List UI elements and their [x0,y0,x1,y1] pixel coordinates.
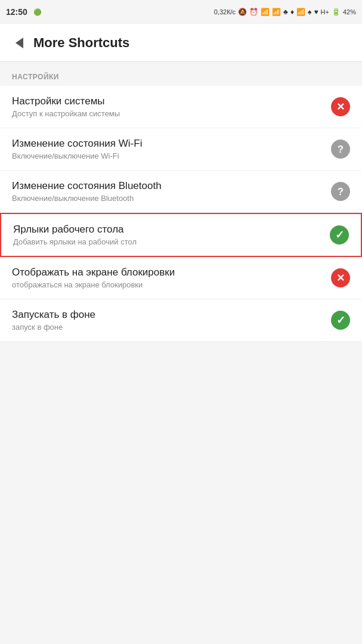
status-icon-background-run: ✓ [331,311,350,330]
x-icon: ✕ [336,102,345,112]
list-item-text: Отображать на экране блокировки отобража… [12,267,324,289]
spade-icon: ♠ [308,8,311,16]
list-item-text: Изменение состояния Bluetooth Включение/… [12,180,324,203]
question-icon: ? [338,144,344,154]
x-icon: ✕ [336,273,345,283]
list-item-system-settings[interactable]: Настройки системы Доступ к настройкам си… [0,86,362,128]
list-item-title: Изменение состояния Wi-Fi [12,138,324,150]
list-item-desktop-shortcuts[interactable]: Ярлыки рабочего стола Добавить ярлыки на… [0,213,362,257]
list-item-title: Ярлыки рабочего стола [13,224,323,236]
list-item-title: Изменение состояния Bluetooth [12,180,324,192]
header: More Shortcuts [0,24,362,62]
list-item-text: Запускать в фоне запуск в фоне [12,309,324,332]
status-icon-system-settings: ✕ [331,97,350,116]
list-item-subtitle: Добавить ярлыки на рабочий стол [13,237,323,246]
list-item-title: Запускать в фоне [12,309,324,321]
list-item-subtitle: запуск в фоне [12,323,324,332]
status-app-icon: 🟢 [33,8,42,16]
network-speed: 0,32К/с [214,8,236,16]
bottom-space [0,342,362,521]
list-item-text: Ярлыки рабочего стола Добавить ярлыки на… [13,224,323,246]
list-item-title: Отображать на экране блокировки [12,267,324,278]
status-icon-desktop-shortcuts: ✓ [330,225,349,244]
status-icon-lock-screen: ✕ [331,268,350,287]
wifi-icon: 📶 [261,8,270,16]
list-item-title: Настройки системы [12,95,324,107]
battery-icon: 🔋 [332,8,341,16]
list-item-lock-screen[interactable]: Отображать на экране блокировки отобража… [0,257,362,299]
page-title: More Shortcuts [33,35,129,51]
signal-icon: 📶 [272,8,281,16]
list-item-subtitle: Включение/выключение Bluetooth [12,194,324,203]
question-icon: ? [338,187,344,197]
check-icon: ✓ [336,315,345,326]
status-icon-wifi-toggle: ? [331,140,350,159]
list-item-text: Изменение состояния Wi-Fi Включение/выкл… [12,138,324,160]
list-item-subtitle: Включение/выключение Wi-Fi [12,151,324,160]
diamond-icon: ♦ [290,8,294,16]
heart-icon: ♥ [314,8,318,16]
section-header: НАСТРОЙКИ [0,62,362,86]
extra-signal-icon: 📶 [296,8,305,16]
check-icon: ✓ [335,230,344,240]
alarm-icon: ⏰ [249,8,258,16]
list-item-background-run[interactable]: Запускать в фоне запуск в фоне ✓ [0,299,362,342]
list-item-text: Настройки системы Доступ к настройкам си… [12,95,324,118]
silent-icon: 🔕 [238,8,247,16]
list-item-subtitle: отображаться на экране блокировки [12,280,324,289]
back-arrow-icon [16,38,23,48]
status-icon-bluetooth-toggle: ? [331,182,350,201]
list-item-bluetooth-toggle[interactable]: Изменение состояния Bluetooth Включение/… [0,171,362,213]
battery-mode: H+ [321,8,329,16]
settings-list: Настройки системы Доступ к настройкам си… [0,86,362,342]
club-icon: ♣ [283,8,288,16]
status-bar: 12:50 🟢 0,32К/с 🔕 ⏰ 📶 📶 ♣ ♦ 📶 ♠ ♥ H+ 🔋 4… [0,0,362,24]
list-item-wifi-toggle[interactable]: Изменение состояния Wi-Fi Включение/выкл… [0,128,362,171]
time-display: 12:50 [6,7,27,17]
back-button[interactable] [10,33,29,52]
battery-level: 42% [343,8,356,16]
list-item-subtitle: Доступ к настройкам системы [12,109,324,118]
status-time: 12:50 🟢 [6,7,42,17]
status-right-icons: 0,32К/с 🔕 ⏰ 📶 📶 ♣ ♦ 📶 ♠ ♥ H+ 🔋 42% [214,8,356,16]
